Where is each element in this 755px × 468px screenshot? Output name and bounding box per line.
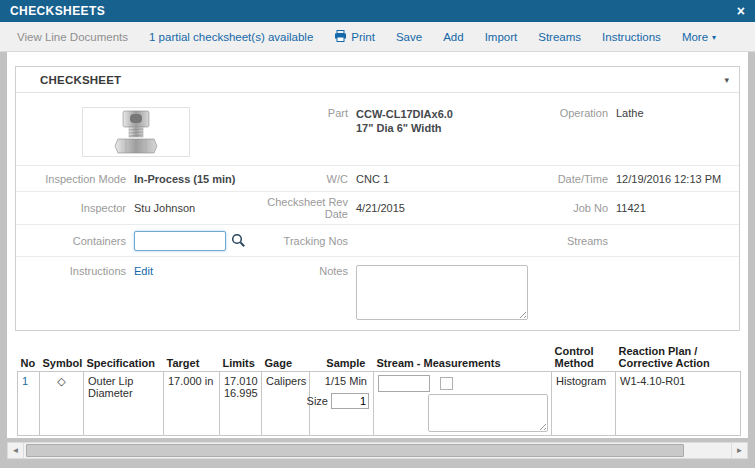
panel-header: CHECKSHEET ▾ [16, 67, 739, 93]
panel-title: CHECKSHEET [40, 74, 121, 86]
instructions-label: Instructions [16, 265, 134, 277]
size-input[interactable] [331, 393, 369, 409]
symbol-cell: ◇ [40, 372, 84, 436]
scroll-left-arrow-icon[interactable]: ◄ [7, 442, 24, 459]
col-header-stream-measurements: Stream - Measurements [374, 343, 552, 372]
col-header-symbol: Symbol [40, 343, 84, 372]
wc-label: W/C [256, 173, 356, 185]
scrollbar-thumb[interactable] [26, 444, 684, 457]
inspection-mode-label: Inspection Mode [16, 173, 134, 185]
table-header-row: No Symbol Specification Target Limits Ga… [18, 343, 741, 372]
panel-collapse-caret[interactable]: ▾ [724, 75, 729, 85]
col-header-gage: Gage [262, 343, 310, 372]
control-method-cell: Histogram [552, 372, 616, 436]
col-header-limits: Limits [220, 343, 262, 372]
stream-measurements-cell [374, 372, 552, 436]
scrollbar-track[interactable] [24, 442, 731, 459]
reaction-plan-cell: W1-4.10-R01 [616, 372, 741, 436]
search-icon[interactable] [231, 233, 246, 248]
instructions-edit-link[interactable]: Edit [134, 265, 256, 277]
job-no-value: 11421 [616, 202, 729, 214]
tracking-label: Tracking Nos [256, 235, 356, 247]
rev-date-value: 4/21/2015 [356, 202, 496, 214]
datetime-label: Date/Time [496, 173, 616, 185]
row-number-link[interactable]: 1 [22, 375, 28, 387]
col-header-control-method: Control Method [552, 343, 616, 372]
part-label: Part [256, 107, 356, 119]
checksheet-panel: CHECKSHEET ▾ [15, 66, 740, 331]
size-label: Size [307, 395, 328, 407]
gage-cell: Calipers [262, 372, 310, 436]
resize-handle-icon[interactable] [517, 309, 526, 318]
save-button[interactable]: Save [396, 31, 422, 43]
target-cell: 17.000 in [164, 372, 220, 436]
caret-down-icon: ▾ [712, 33, 716, 42]
horizontal-scrollbar[interactable]: ◄ ► [7, 442, 748, 459]
form-row-inspector: Inspector Stu Johnson Checksheet Rev Dat… [16, 191, 739, 224]
datetime-value: 12/19/2016 12:13 PM [616, 173, 729, 185]
job-no-label: Job No [496, 202, 616, 214]
notes-label: Notes [256, 265, 356, 277]
measurement-input[interactable] [378, 375, 430, 392]
operation-value: Lathe [616, 107, 729, 119]
form-row-containers: Containers Tracking Nos Streams [16, 224, 739, 256]
main-content: CHECKSHEET ▾ [7, 52, 748, 438]
streams-button[interactable]: Streams [538, 31, 581, 43]
scroll-right-arrow-icon[interactable]: ► [731, 442, 748, 459]
col-header-sample: Sample [310, 343, 374, 372]
part-description: 17" Dia 6" Width [356, 121, 496, 135]
wc-value: CNC 1 [356, 173, 496, 185]
inspector-value: Stu Johnson [134, 202, 256, 214]
titlebar: CHECKSHEETS × [0, 0, 755, 22]
operation-label: Operation [496, 107, 616, 119]
resize-handle-icon[interactable] [537, 421, 546, 430]
bolt-image [99, 109, 173, 155]
instructions-button[interactable]: Instructions [602, 31, 661, 43]
limits-cell: 17.010 16.995 [220, 372, 262, 436]
toolbar: View Line Documents 1 partial checksheet… [0, 22, 755, 52]
form-row-mode: Inspection Mode In-Process (15 min) W/C … [16, 165, 739, 191]
streams-label: Streams [496, 235, 616, 247]
view-line-documents-button[interactable]: View Line Documents [17, 31, 128, 43]
inspection-mode-value: In-Process (15 min) [134, 173, 256, 185]
part-number: CCW-CL17DIAx6.0 [356, 107, 496, 121]
limit-lower: 16.995 [224, 387, 257, 399]
window-title: CHECKSHEETS [10, 4, 105, 18]
import-button[interactable]: Import [485, 31, 518, 43]
col-header-specification: Specification [84, 343, 164, 372]
inspector-label: Inspector [16, 202, 134, 214]
measurement-checkbox[interactable] [440, 377, 453, 390]
containers-label: Containers [16, 235, 134, 247]
rev-date-label: Checksheet Rev Date [256, 196, 356, 220]
sample-cell: 1/15 Min Size [310, 372, 374, 436]
table-row: 1 ◇ Outer Lip Diameter 17.000 in 17.010 … [18, 372, 741, 436]
col-header-no: No [18, 343, 40, 372]
add-button[interactable]: Add [443, 31, 463, 43]
form-row-notes: Instructions Edit Notes [16, 256, 739, 330]
measurement-notes-textarea[interactable] [428, 394, 548, 432]
checksheet-table: No Symbol Specification Target Limits Ga… [17, 343, 741, 436]
partial-checksheets-link[interactable]: 1 partial checksheet(s) available [149, 31, 313, 43]
printer-icon [334, 30, 347, 44]
diamond-symbol-icon: ◇ [57, 375, 65, 387]
col-header-target: Target [164, 343, 220, 372]
col-header-reaction-plan: Reaction Plan / Corrective Action [616, 343, 741, 372]
notes-textarea[interactable] [356, 265, 528, 320]
print-button[interactable]: Print [334, 30, 375, 44]
close-button[interactable]: × [737, 4, 745, 18]
specification-cell: Outer Lip Diameter [84, 372, 164, 436]
form-row-part: Part CCW-CL17DIAx6.0 17" Dia 6" Width Op… [16, 93, 739, 165]
more-button[interactable]: More ▾ [682, 31, 716, 43]
limit-upper: 17.010 [224, 375, 257, 387]
part-photo [82, 107, 190, 157]
sample-frequency: 1/15 Min [314, 375, 369, 387]
containers-input[interactable] [134, 231, 226, 251]
